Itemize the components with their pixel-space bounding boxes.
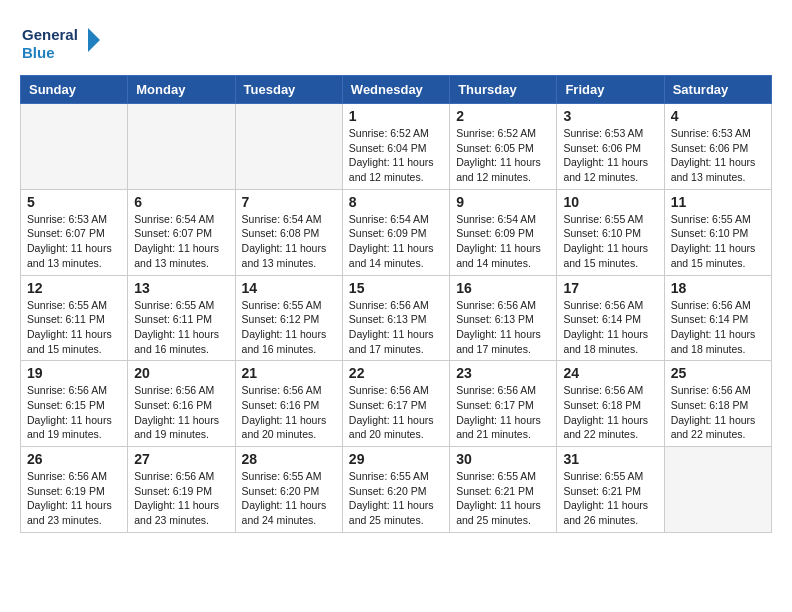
- cell-info: Sunrise: 6:56 AMSunset: 6:16 PMDaylight:…: [242, 383, 336, 442]
- cell-info: Sunrise: 6:53 AMSunset: 6:06 PMDaylight:…: [563, 126, 657, 185]
- cell-info: Sunrise: 6:56 AMSunset: 6:13 PMDaylight:…: [456, 298, 550, 357]
- cell-info: Sunrise: 6:56 AMSunset: 6:15 PMDaylight:…: [27, 383, 121, 442]
- day-number: 15: [349, 280, 443, 296]
- calendar-cell: 30Sunrise: 6:55 AMSunset: 6:21 PMDayligh…: [450, 447, 557, 533]
- calendar-cell: 15Sunrise: 6:56 AMSunset: 6:13 PMDayligh…: [342, 275, 449, 361]
- calendar-cell: 25Sunrise: 6:56 AMSunset: 6:18 PMDayligh…: [664, 361, 771, 447]
- cell-info: Sunrise: 6:56 AMSunset: 6:18 PMDaylight:…: [671, 383, 765, 442]
- calendar-cell: [128, 104, 235, 190]
- calendar-cell: 1Sunrise: 6:52 AMSunset: 6:04 PMDaylight…: [342, 104, 449, 190]
- day-number: 5: [27, 194, 121, 210]
- cell-info: Sunrise: 6:53 AMSunset: 6:07 PMDaylight:…: [27, 212, 121, 271]
- day-number: 8: [349, 194, 443, 210]
- calendar-cell: 28Sunrise: 6:55 AMSunset: 6:20 PMDayligh…: [235, 447, 342, 533]
- calendar-cell: 17Sunrise: 6:56 AMSunset: 6:14 PMDayligh…: [557, 275, 664, 361]
- day-number: 23: [456, 365, 550, 381]
- day-number: 20: [134, 365, 228, 381]
- weekday-header-sunday: Sunday: [21, 76, 128, 104]
- cell-info: Sunrise: 6:56 AMSunset: 6:19 PMDaylight:…: [134, 469, 228, 528]
- cell-info: Sunrise: 6:55 AMSunset: 6:21 PMDaylight:…: [456, 469, 550, 528]
- cell-info: Sunrise: 6:54 AMSunset: 6:09 PMDaylight:…: [456, 212, 550, 271]
- day-number: 10: [563, 194, 657, 210]
- calendar-cell: 5Sunrise: 6:53 AMSunset: 6:07 PMDaylight…: [21, 189, 128, 275]
- calendar-cell: 9Sunrise: 6:54 AMSunset: 6:09 PMDaylight…: [450, 189, 557, 275]
- calendar-cell: 31Sunrise: 6:55 AMSunset: 6:21 PMDayligh…: [557, 447, 664, 533]
- calendar-cell: 4Sunrise: 6:53 AMSunset: 6:06 PMDaylight…: [664, 104, 771, 190]
- calendar-cell: 26Sunrise: 6:56 AMSunset: 6:19 PMDayligh…: [21, 447, 128, 533]
- cell-info: Sunrise: 6:55 AMSunset: 6:11 PMDaylight:…: [27, 298, 121, 357]
- calendar-cell: 8Sunrise: 6:54 AMSunset: 6:09 PMDaylight…: [342, 189, 449, 275]
- weekday-header-saturday: Saturday: [664, 76, 771, 104]
- day-number: 31: [563, 451, 657, 467]
- page-header: General Blue: [20, 20, 772, 65]
- calendar-cell: 23Sunrise: 6:56 AMSunset: 6:17 PMDayligh…: [450, 361, 557, 447]
- calendar-week-1: 1Sunrise: 6:52 AMSunset: 6:04 PMDaylight…: [21, 104, 772, 190]
- calendar-cell: 29Sunrise: 6:55 AMSunset: 6:20 PMDayligh…: [342, 447, 449, 533]
- day-number: 27: [134, 451, 228, 467]
- day-number: 13: [134, 280, 228, 296]
- cell-info: Sunrise: 6:56 AMSunset: 6:18 PMDaylight:…: [563, 383, 657, 442]
- day-number: 16: [456, 280, 550, 296]
- day-number: 9: [456, 194, 550, 210]
- calendar-week-5: 26Sunrise: 6:56 AMSunset: 6:19 PMDayligh…: [21, 447, 772, 533]
- calendar-cell: 12Sunrise: 6:55 AMSunset: 6:11 PMDayligh…: [21, 275, 128, 361]
- weekday-header-friday: Friday: [557, 76, 664, 104]
- cell-info: Sunrise: 6:56 AMSunset: 6:16 PMDaylight:…: [134, 383, 228, 442]
- calendar-cell: 14Sunrise: 6:55 AMSunset: 6:12 PMDayligh…: [235, 275, 342, 361]
- calendar-cell: 6Sunrise: 6:54 AMSunset: 6:07 PMDaylight…: [128, 189, 235, 275]
- day-number: 3: [563, 108, 657, 124]
- day-number: 11: [671, 194, 765, 210]
- cell-info: Sunrise: 6:54 AMSunset: 6:09 PMDaylight:…: [349, 212, 443, 271]
- calendar-cell: 16Sunrise: 6:56 AMSunset: 6:13 PMDayligh…: [450, 275, 557, 361]
- day-number: 30: [456, 451, 550, 467]
- cell-info: Sunrise: 6:56 AMSunset: 6:14 PMDaylight:…: [671, 298, 765, 357]
- calendar-cell: 3Sunrise: 6:53 AMSunset: 6:06 PMDaylight…: [557, 104, 664, 190]
- calendar-cell: 2Sunrise: 6:52 AMSunset: 6:05 PMDaylight…: [450, 104, 557, 190]
- cell-info: Sunrise: 6:56 AMSunset: 6:17 PMDaylight:…: [349, 383, 443, 442]
- calendar-cell: 7Sunrise: 6:54 AMSunset: 6:08 PMDaylight…: [235, 189, 342, 275]
- cell-info: Sunrise: 6:55 AMSunset: 6:21 PMDaylight:…: [563, 469, 657, 528]
- calendar-cell: 11Sunrise: 6:55 AMSunset: 6:10 PMDayligh…: [664, 189, 771, 275]
- cell-info: Sunrise: 6:56 AMSunset: 6:17 PMDaylight:…: [456, 383, 550, 442]
- day-number: 25: [671, 365, 765, 381]
- calendar-week-2: 5Sunrise: 6:53 AMSunset: 6:07 PMDaylight…: [21, 189, 772, 275]
- day-number: 22: [349, 365, 443, 381]
- weekday-header-tuesday: Tuesday: [235, 76, 342, 104]
- day-number: 19: [27, 365, 121, 381]
- calendar-week-4: 19Sunrise: 6:56 AMSunset: 6:15 PMDayligh…: [21, 361, 772, 447]
- day-number: 26: [27, 451, 121, 467]
- cell-info: Sunrise: 6:55 AMSunset: 6:12 PMDaylight:…: [242, 298, 336, 357]
- cell-info: Sunrise: 6:55 AMSunset: 6:10 PMDaylight:…: [563, 212, 657, 271]
- cell-info: Sunrise: 6:55 AMSunset: 6:20 PMDaylight:…: [242, 469, 336, 528]
- day-number: 14: [242, 280, 336, 296]
- logo: General Blue: [20, 20, 100, 65]
- day-number: 17: [563, 280, 657, 296]
- svg-text:General: General: [22, 26, 78, 43]
- day-number: 24: [563, 365, 657, 381]
- weekday-header-row: SundayMondayTuesdayWednesdayThursdayFrid…: [21, 76, 772, 104]
- weekday-header-thursday: Thursday: [450, 76, 557, 104]
- calendar-cell: 22Sunrise: 6:56 AMSunset: 6:17 PMDayligh…: [342, 361, 449, 447]
- calendar-cell: 19Sunrise: 6:56 AMSunset: 6:15 PMDayligh…: [21, 361, 128, 447]
- calendar-table: SundayMondayTuesdayWednesdayThursdayFrid…: [20, 75, 772, 533]
- calendar-week-3: 12Sunrise: 6:55 AMSunset: 6:11 PMDayligh…: [21, 275, 772, 361]
- day-number: 1: [349, 108, 443, 124]
- cell-info: Sunrise: 6:55 AMSunset: 6:10 PMDaylight:…: [671, 212, 765, 271]
- day-number: 21: [242, 365, 336, 381]
- day-number: 12: [27, 280, 121, 296]
- cell-info: Sunrise: 6:54 AMSunset: 6:08 PMDaylight:…: [242, 212, 336, 271]
- calendar-cell: 24Sunrise: 6:56 AMSunset: 6:18 PMDayligh…: [557, 361, 664, 447]
- cell-info: Sunrise: 6:55 AMSunset: 6:11 PMDaylight:…: [134, 298, 228, 357]
- calendar-cell: 18Sunrise: 6:56 AMSunset: 6:14 PMDayligh…: [664, 275, 771, 361]
- cell-info: Sunrise: 6:55 AMSunset: 6:20 PMDaylight:…: [349, 469, 443, 528]
- cell-info: Sunrise: 6:54 AMSunset: 6:07 PMDaylight:…: [134, 212, 228, 271]
- cell-info: Sunrise: 6:53 AMSunset: 6:06 PMDaylight:…: [671, 126, 765, 185]
- calendar-cell: 21Sunrise: 6:56 AMSunset: 6:16 PMDayligh…: [235, 361, 342, 447]
- calendar-cell: 20Sunrise: 6:56 AMSunset: 6:16 PMDayligh…: [128, 361, 235, 447]
- calendar-cell: [235, 104, 342, 190]
- day-number: 2: [456, 108, 550, 124]
- generalblue-logo: General Blue: [20, 20, 100, 65]
- day-number: 4: [671, 108, 765, 124]
- calendar-cell: 27Sunrise: 6:56 AMSunset: 6:19 PMDayligh…: [128, 447, 235, 533]
- cell-info: Sunrise: 6:52 AMSunset: 6:04 PMDaylight:…: [349, 126, 443, 185]
